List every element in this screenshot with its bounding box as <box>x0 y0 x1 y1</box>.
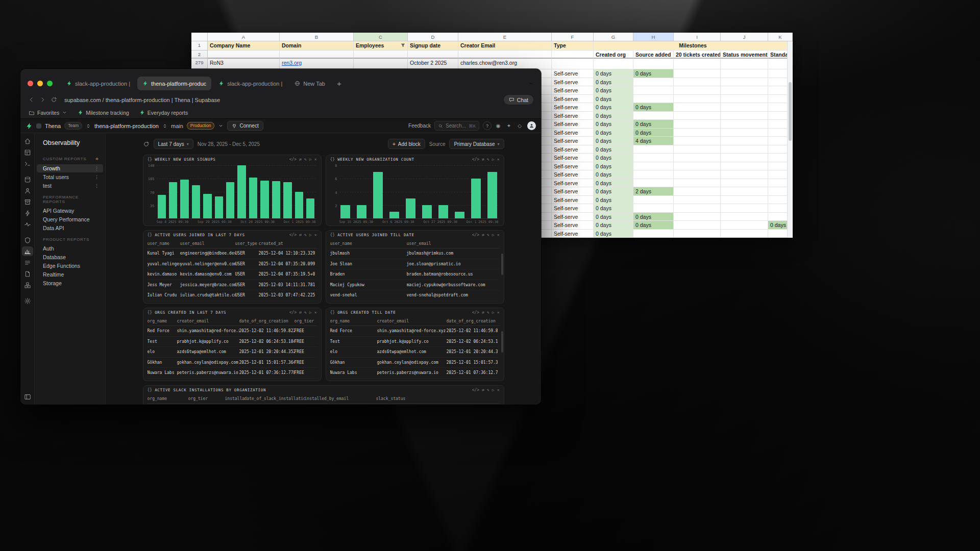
status-movement-cell[interactable] <box>721 103 768 112</box>
code-icon[interactable]: </> <box>289 157 297 162</box>
cell[interactable] <box>280 51 354 59</box>
source-added-cell[interactable] <box>633 230 674 238</box>
chart-bar[interactable] <box>203 194 211 218</box>
cell[interactable] <box>594 59 633 69</box>
chart-bar[interactable] <box>283 182 291 218</box>
type-cell[interactable]: Self-serve <box>552 78 594 87</box>
type-cell[interactable]: Self-serve <box>552 120 594 129</box>
sidebar-item-query-performance[interactable]: Query Performance <box>37 215 103 223</box>
source-added-cell[interactable]: 0 days <box>633 221 674 230</box>
chart-bar[interactable] <box>471 179 481 218</box>
cell[interactable] <box>674 59 721 69</box>
created-org-cell[interactable]: 0 days <box>594 145 633 154</box>
source-added-cell[interactable] <box>633 170 674 179</box>
type-cell[interactable]: Self-serve <box>552 95 594 104</box>
tickets-cell[interactable] <box>674 213 721 221</box>
sidebar-item-storage[interactable]: Storage <box>37 279 103 287</box>
table-row[interactable]: eloazds6twpa@emlhot.com2025-12-01 20:20:… <box>330 347 500 358</box>
created-org-cell[interactable]: 0 days <box>594 120 633 129</box>
add-report-button[interactable]: + <box>95 156 99 162</box>
created-org-cell[interactable]: 0 days <box>594 112 633 120</box>
created-org-cell[interactable]: 0 days <box>594 213 633 221</box>
run-icon[interactable]: ▷ <box>309 157 312 162</box>
org-switcher-icon[interactable] <box>86 123 91 129</box>
source-added-cell[interactable]: 0 days <box>633 120 674 129</box>
chart-bar[interactable] <box>226 182 234 218</box>
tickets-cell[interactable] <box>674 154 721 162</box>
type-cell[interactable]: Self-serve <box>552 103 594 112</box>
chart-bar[interactable] <box>438 205 448 218</box>
row-number[interactable]: 2 <box>191 51 208 59</box>
chart-bar[interactable] <box>373 172 383 218</box>
rail-item-edge-functions[interactable] <box>22 208 33 218</box>
shuffle-icon[interactable]: ⇄ <box>299 233 302 237</box>
column-header-I[interactable]: I <box>674 33 721 41</box>
column-header-E[interactable]: E <box>458 33 552 41</box>
source-added-cell[interactable] <box>633 112 674 120</box>
header-cell[interactable]: Company Name <box>208 41 280 51</box>
column-header-C[interactable]: C <box>354 33 408 41</box>
source-added-cell[interactable] <box>633 95 674 104</box>
assistant-icon[interactable]: ✦ <box>505 123 513 129</box>
help-icon[interactable]: ? <box>483 121 492 130</box>
table-row[interactable]: Kunal Tyagiengineering@bindbee.devUSER20… <box>148 248 317 259</box>
cell[interactable] <box>633 59 674 69</box>
tickets-cell[interactable] <box>674 221 721 230</box>
connect-button[interactable]: Connect <box>227 121 263 131</box>
table-row[interactable]: Red Forceshin.yamashita@red-force.xyz202… <box>330 326 500 337</box>
table-row[interactable]: Red Forceshin.yamashita@red-force.xyz202… <box>148 326 317 337</box>
type-cell[interactable]: Self-serve <box>552 170 594 179</box>
run-icon[interactable]: ▷ <box>492 157 495 162</box>
shuffle-icon[interactable]: ⇄ <box>299 310 302 315</box>
created-org-cell[interactable]: 0 days <box>594 78 633 87</box>
rail-item-settings[interactable] <box>22 296 33 306</box>
status-movement-cell[interactable] <box>721 170 768 179</box>
subheader-cell[interactable]: Status movement <box>721 51 768 59</box>
edit-icon[interactable]: ✎ <box>487 310 489 315</box>
subheader-cell[interactable]: 20 tickets created <box>674 51 721 59</box>
table-row[interactable]: Bradenbraden.batman@robosource.us <box>330 269 500 280</box>
branch-name[interactable]: main <box>171 123 183 129</box>
bookmark-favorites[interactable]: Favorites <box>29 110 67 116</box>
shuffle-icon[interactable]: ⇄ <box>482 157 484 162</box>
header-cell[interactable]: Type <box>552 41 594 51</box>
feedback-button[interactable]: Feedback <box>408 123 431 129</box>
source-added-cell[interactable] <box>633 78 674 87</box>
rail-item-realtime[interactable] <box>22 219 33 229</box>
tickets-cell[interactable] <box>674 187 721 196</box>
chat-button[interactable]: Chat <box>504 95 533 105</box>
created-org-cell[interactable]: 0 days <box>594 137 633 145</box>
chart-bar[interactable] <box>389 212 399 218</box>
tickets-cell[interactable] <box>674 162 721 171</box>
tickets-cell[interactable] <box>674 145 721 154</box>
sidebar-item-api-gateway[interactable]: API Gateway <box>37 207 103 215</box>
rail-item-database[interactable] <box>22 174 33 184</box>
tickets-cell[interactable] <box>674 120 721 129</box>
chart-bar[interactable] <box>306 198 314 218</box>
table-row[interactable]: Gökhangokhan.ceylan@odixpay.com2025-12-0… <box>330 358 500 368</box>
chart-bar[interactable] <box>357 205 366 218</box>
status-movement-cell[interactable] <box>721 204 768 213</box>
row-number[interactable]: 279 <box>191 59 208 69</box>
code-icon[interactable]: </> <box>289 233 297 237</box>
new-tab-button[interactable]: + <box>333 79 346 88</box>
milestones-header[interactable]: Milestones <box>594 41 793 51</box>
created-org-cell[interactable]: 0 days <box>594 154 633 162</box>
cell[interactable] <box>208 51 280 59</box>
chart-bar[interactable] <box>272 181 280 218</box>
source-added-cell[interactable]: 0 days <box>633 129 674 137</box>
status-movement-cell[interactable] <box>721 221 768 230</box>
type-cell[interactable]: Self-serve <box>552 187 594 196</box>
table-row[interactable]: jbulmashjbulmash@rimkus.com <box>330 248 500 259</box>
run-icon[interactable]: ▷ <box>492 388 495 392</box>
type-cell[interactable]: Self-serve <box>552 162 594 171</box>
cell[interactable] <box>354 59 408 69</box>
item-menu-icon[interactable]: ⋮ <box>94 166 99 171</box>
type-cell[interactable]: Self-serve <box>552 204 594 213</box>
created-org-cell[interactable]: 0 days <box>594 103 633 112</box>
close-icon[interactable]: ✕ <box>314 233 317 237</box>
chart-bar[interactable] <box>237 165 246 218</box>
table-row[interactable]: Gökhangokhan.ceylan@odixpay.com2025-12-0… <box>148 358 317 368</box>
forward-icon[interactable] <box>39 96 46 103</box>
type-cell[interactable]: Self-serve <box>552 179 594 188</box>
